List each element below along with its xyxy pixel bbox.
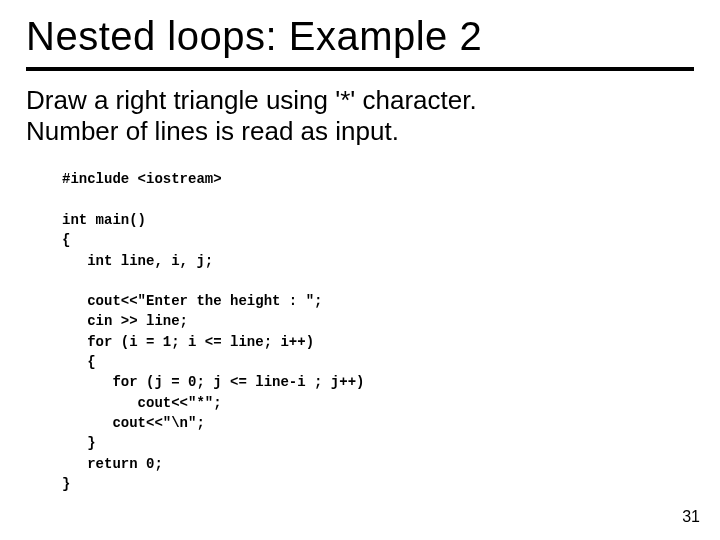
slide-description: Draw a right triangle using '*' characte… xyxy=(26,85,694,147)
title-underline xyxy=(26,67,694,71)
description-line-1: Draw a right triangle using '*' characte… xyxy=(26,85,477,115)
description-line-2: Number of lines is read as input. xyxy=(26,116,399,146)
slide-title: Nested loops: Example 2 xyxy=(26,14,694,59)
code-block: #include <iostream> int main() { int lin… xyxy=(62,169,694,494)
page-number: 31 xyxy=(682,508,700,526)
